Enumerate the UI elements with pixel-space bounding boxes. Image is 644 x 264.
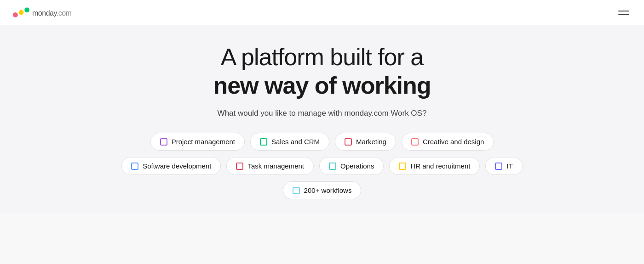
option-label-workflows: 200+ workflows: [304, 186, 352, 194]
option-label-creative-design: Creative and design: [423, 138, 484, 146]
header: monday.com: [0, 0, 644, 25]
option-creative-design[interactable]: Creative and design: [402, 133, 494, 151]
checkbox-hr-recruitment: [399, 163, 406, 170]
option-task-management[interactable]: Task management: [226, 157, 314, 175]
logo[interactable]: monday.com: [13, 6, 71, 18]
option-hr-recruitment[interactable]: HR and recruitment: [389, 157, 480, 175]
option-sales-crm[interactable]: Sales and CRM: [250, 133, 329, 151]
svg-point-2: [24, 7, 29, 12]
checkbox-software-dev: [131, 163, 138, 170]
svg-point-0: [13, 12, 18, 17]
main-content: A platform built for a new way of workin…: [0, 25, 644, 213]
subtitle: What would you like to manage with monda…: [218, 109, 427, 118]
options-grid: Project managementSales and CRMMarketing…: [121, 133, 523, 199]
option-label-sales-crm: Sales and CRM: [271, 138, 320, 146]
option-project-management[interactable]: Project management: [150, 133, 245, 151]
checkbox-it: [495, 163, 502, 170]
option-it[interactable]: IT: [485, 157, 522, 175]
checkbox-workflows: [293, 187, 300, 194]
option-software-dev[interactable]: Software development: [121, 157, 221, 175]
option-label-task-management: Task management: [247, 162, 304, 170]
headline-line1: A platform built for a: [213, 44, 431, 71]
option-label-hr-recruitment: HR and recruitment: [410, 162, 470, 170]
option-marketing[interactable]: Marketing: [335, 133, 396, 151]
svg-point-1: [19, 10, 24, 15]
options-row-1: Project managementSales and CRMMarketing…: [150, 133, 494, 151]
option-workflows[interactable]: 200+ workflows: [283, 181, 362, 199]
headline-line2: new way of working: [213, 71, 431, 100]
headline: A platform built for a new way of workin…: [213, 44, 431, 100]
hamburger-line-2: [618, 14, 629, 15]
option-label-marketing: Marketing: [356, 138, 386, 146]
option-label-operations: Operations: [340, 162, 374, 170]
checkbox-task-management: [236, 163, 243, 170]
option-label-project-management: Project management: [172, 138, 235, 146]
hamburger-menu[interactable]: [616, 9, 631, 17]
option-label-software-dev: Software development: [143, 162, 211, 170]
hamburger-line-1: [618, 11, 629, 11]
options-row-3: 200+ workflows: [283, 181, 362, 199]
checkbox-marketing: [345, 138, 352, 146]
checkbox-project-management: [160, 138, 167, 146]
options-row-2: Software developmentTask managementOpera…: [121, 157, 523, 175]
option-operations[interactable]: Operations: [319, 157, 384, 175]
checkbox-operations: [329, 163, 336, 170]
monday-logo-icon: [13, 6, 29, 18]
checkbox-creative-design: [411, 138, 419, 146]
option-label-it: IT: [506, 162, 512, 170]
checkbox-sales-crm: [260, 138, 267, 146]
logo-text: monday.com: [32, 6, 71, 18]
